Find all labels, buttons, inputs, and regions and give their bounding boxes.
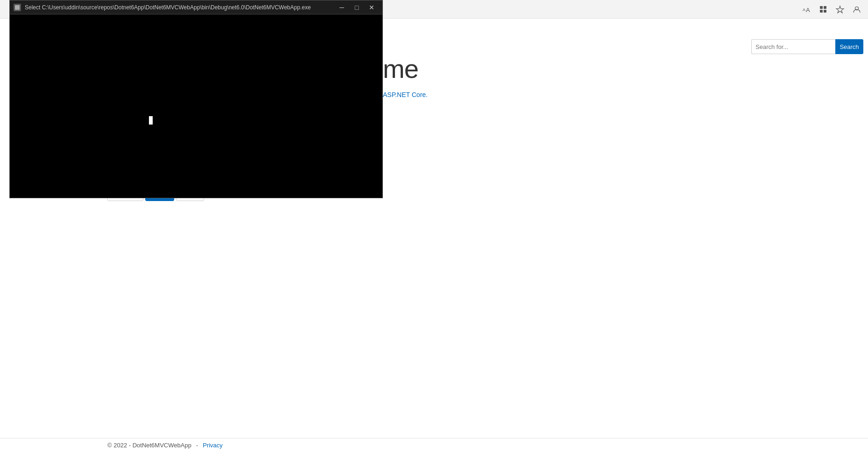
page-footer: © 2022 - DotNet6MVCWebApp - Privacy <box>0 438 868 452</box>
page-heading-partial: me <box>383 54 418 84</box>
terminal-minimize-button[interactable]: ─ <box>335 3 349 12</box>
terminal-app-icon <box>14 4 21 11</box>
terminal-controls: ─ □ ✕ <box>335 3 379 12</box>
svg-text:A: A <box>806 7 810 14</box>
terminal-icon-inner <box>15 5 20 10</box>
search-button[interactable]: Search <box>835 39 863 54</box>
privacy-link[interactable]: Privacy <box>203 442 223 449</box>
profile-icon[interactable] <box>850 3 863 16</box>
svg-text:A: A <box>803 7 805 12</box>
svg-rect-2 <box>820 6 823 9</box>
browser-window: A A Search <box>0 0 868 452</box>
terminal-restore-button[interactable]: □ <box>350 3 364 12</box>
svg-rect-3 <box>824 6 826 9</box>
browser-search-area: Search <box>747 33 868 61</box>
font-size-icon[interactable]: A A <box>800 3 813 16</box>
svg-rect-5 <box>824 10 826 13</box>
aspnet-core-link[interactable]: ASP.NET Core. <box>383 91 428 98</box>
terminal-close-button[interactable]: ✕ <box>365 3 379 12</box>
terminal-titlebar: Select C:\Users\uddin\source\repos\Dotne… <box>10 0 382 14</box>
terminal-cursor <box>149 116 153 125</box>
footer-separator: - <box>196 442 198 449</box>
search-input[interactable] <box>751 39 835 54</box>
terminal-window: Select C:\Users\uddin\source\repos\Dotne… <box>9 0 383 198</box>
footer-copyright: © 2022 - DotNet6MVCWebApp <box>107 442 191 449</box>
extensions-icon[interactable] <box>817 3 830 16</box>
terminal-title-left: Select C:\Users\uddin\source\repos\Dotne… <box>14 4 311 11</box>
favorites-icon[interactable] <box>833 3 847 16</box>
terminal-title-text: Select C:\Users\uddin\source\repos\Dotne… <box>25 4 311 11</box>
terminal-body[interactable] <box>10 14 382 198</box>
svg-rect-4 <box>820 10 823 13</box>
